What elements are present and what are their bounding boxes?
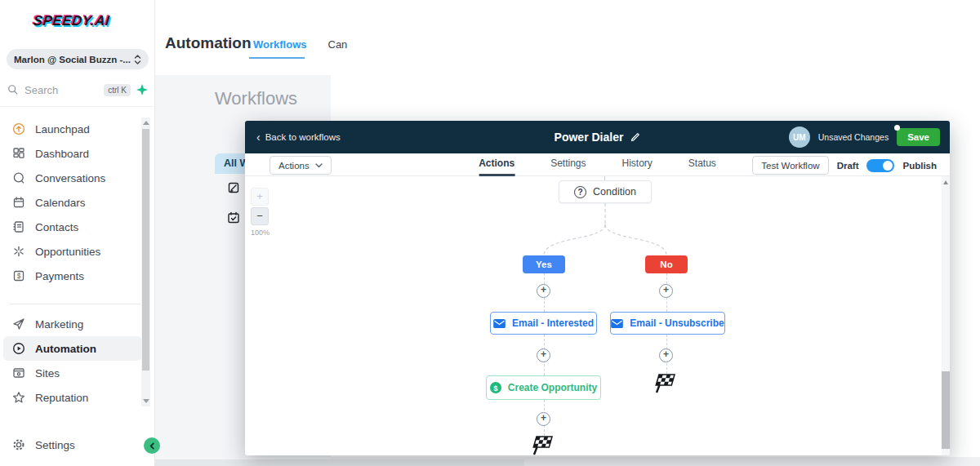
sidebar-scrollbar-thumb[interactable] <box>142 129 149 371</box>
sidebar-item-payments[interactable]: $ Payments <box>3 264 142 288</box>
sidebar-item-automation[interactable]: Automation <box>3 336 142 361</box>
editor-tabbar-right: Test Workflow Draft Publish <box>752 156 937 175</box>
calendar-check-icon[interactable] <box>227 211 240 224</box>
sidebar-item-dashboard[interactable]: Dashboard <box>3 141 142 166</box>
tab-status[interactable]: Status <box>688 153 716 176</box>
publish-toggle[interactable] <box>866 159 894 172</box>
sidebar-item-label: Dashboard <box>35 148 89 160</box>
sidebar-item-launchpad[interactable]: Launchpad <box>3 117 142 141</box>
test-workflow-button[interactable]: Test Workflow <box>752 156 828 175</box>
edit-note-icon[interactable] <box>227 181 240 194</box>
add-action-button[interactable]: + <box>537 284 550 298</box>
opportunities-icon <box>11 245 25 258</box>
add-action-button[interactable]: + <box>659 284 673 298</box>
sidebar-item-label: Reputation <box>35 392 88 404</box>
actions-dropdown-label: Actions <box>278 161 310 171</box>
sidebar-item-opportunities[interactable]: Opportunities <box>3 239 142 264</box>
sidebar-item-contacts[interactable]: Contacts <box>3 215 142 239</box>
envelope-icon <box>493 319 506 328</box>
tab-settings[interactable]: Settings <box>550 153 586 176</box>
gear-icon <box>11 438 25 451</box>
branch-yes-button[interactable]: Yes <box>523 255 565 273</box>
question-icon: ? <box>574 186 586 198</box>
branch-no-button[interactable]: No <box>645 255 688 273</box>
email-interested-node[interactable]: Email - Interested <box>490 312 597 335</box>
actions-dropdown-button[interactable]: Actions <box>270 156 332 175</box>
page-bottom-strip-dark <box>155 459 524 466</box>
search-icon <box>7 84 19 95</box>
email-node-label: Email - Unsubscribe <box>630 317 724 329</box>
add-action-button[interactable]: + <box>537 412 550 426</box>
unsaved-dot <box>894 125 900 131</box>
search-input[interactable]: Search ctrl K <box>7 84 131 96</box>
draft-label: Draft <box>837 161 859 171</box>
shortcut-badge: ctrl K <box>104 84 131 96</box>
dashboard-icon <box>11 147 25 160</box>
zoom-out-button[interactable]: − <box>251 207 269 225</box>
save-button[interactable]: Save <box>897 128 940 146</box>
scroll-up-icon[interactable] <box>943 180 948 184</box>
brand-logo: SPEEDY.AI <box>0 13 144 29</box>
editor-header: ‹ Back to workflows Power Dialer UM Unsa… <box>245 121 950 153</box>
spark-icon[interactable] <box>136 84 148 95</box>
editor-tabbar: Actions Actions Settings History Status … <box>245 153 950 176</box>
toggle-knob <box>883 161 893 171</box>
scroll-up-icon[interactable] <box>143 121 149 125</box>
search-row: Search ctrl K <box>0 78 155 101</box>
divider <box>10 304 140 304</box>
settings-nav: Settings <box>3 433 142 457</box>
sidebar-item-label: Sites <box>35 367 60 379</box>
envelope-icon <box>611 319 623 328</box>
email-unsubscribe-node[interactable]: Email - Unsubscribe <box>610 312 725 335</box>
sidebar-item-reputation[interactable]: Reputation <box>3 385 142 410</box>
add-action-button[interactable]: + <box>659 348 673 362</box>
canvas-scrollbar-thumb[interactable] <box>942 371 950 449</box>
save-label: Save <box>907 132 929 142</box>
sites-icon <box>11 366 25 379</box>
sidebar-item-label: Calendars <box>35 197 86 209</box>
sidebar-item-label: Launchpad <box>35 123 90 135</box>
sidebar-item-label: Opportunities <box>35 246 100 258</box>
editor-header-right: UM Unsaved Changes Save <box>789 121 940 153</box>
svg-text:$: $ <box>16 272 20 280</box>
active-tab-underline <box>249 57 305 59</box>
publish-label: Publish <box>902 161 937 171</box>
edit-title-pencil-icon[interactable] <box>630 132 640 142</box>
paper-plane-icon <box>11 317 25 331</box>
launchpad-icon <box>11 122 25 135</box>
zoom-in-button[interactable]: + <box>251 188 269 206</box>
secondary-nav: Marketing Automation Sites Reputation <box>3 312 142 410</box>
end-flag-icon <box>653 372 676 393</box>
tab-history[interactable]: History <box>622 153 653 176</box>
workflow-title-text: Power Dialer <box>555 131 624 144</box>
tab-campaigns[interactable]: Can <box>328 38 348 51</box>
account-switcher[interactable]: Marlon @ Social Buzzn -... <box>7 49 149 69</box>
collapse-sidebar-button[interactable] <box>144 437 160 454</box>
sidebar-item-settings[interactable]: Settings <box>3 433 142 457</box>
create-opportunity-node[interactable]: $ Create Opportunity <box>486 375 601 400</box>
sidebar-item-label: Contacts <box>35 221 78 233</box>
top-tabs: Workflows Can <box>253 38 347 51</box>
sidebar-item-conversations[interactable]: Conversations <box>3 166 142 190</box>
create-opportunity-label: Create Opportunity <box>508 382 597 393</box>
sidebar-item-marketing[interactable]: Marketing <box>3 312 142 336</box>
automation-play-icon <box>11 342 25 355</box>
back-chevron-icon: ‹ <box>256 131 261 143</box>
sidebar: SPEEDY.AI Marlon @ Social Buzzn -... Sea… <box>0 0 155 466</box>
scroll-down-icon[interactable] <box>143 399 149 403</box>
sidebar-item-sites[interactable]: Sites <box>3 361 142 385</box>
star-icon <box>11 391 25 404</box>
tab-workflows[interactable]: Workflows <box>253 38 307 51</box>
tab-actions[interactable]: Actions <box>479 153 514 176</box>
add-action-button[interactable]: + <box>537 348 550 362</box>
sidebar-item-calendars[interactable]: Calendars <box>3 190 142 215</box>
sidebar-item-label: Settings <box>35 439 75 451</box>
calendar-icon <box>11 196 25 209</box>
back-to-workflows-button[interactable]: ‹ Back to workflows <box>256 121 341 153</box>
condition-node[interactable]: ? Condition <box>559 180 652 203</box>
contacts-icon <box>11 220 25 233</box>
divider <box>0 106 155 107</box>
branch-connector <box>514 203 696 255</box>
avatar[interactable]: UM <box>789 126 810 148</box>
updown-chevron-icon <box>134 54 141 65</box>
